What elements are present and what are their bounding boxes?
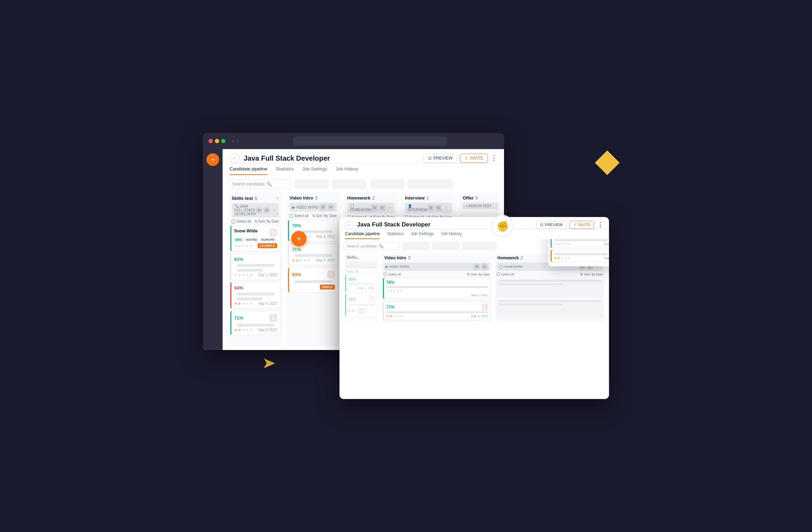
candidate-card-2[interactable]: 82% ★★★★★ Sep 1, 2022 <box>230 253 280 280</box>
email-icon-int[interactable]: ✉ <box>435 205 442 211</box>
select-sort-homework-front: Select all ⇅ Sort: By Date <box>495 272 605 278</box>
sort-by-video[interactable]: ⇅ Sort: By Date <box>312 214 337 218</box>
stars-4: ★★★★★ <box>234 328 253 332</box>
more-button[interactable]: ⋮ <box>491 155 497 161</box>
tab-statistics-front[interactable]: Statistics <box>387 231 404 239</box>
settings-icon-hw[interactable]: ⚙ <box>371 205 378 211</box>
tab-statistics[interactable]: Statistics <box>276 166 294 175</box>
vf-card-1[interactable]: 78% ★★★★★ Sep 1, 2022 <box>383 278 490 299</box>
placeholder-name-3 <box>237 293 274 295</box>
placeholder-name-2 <box>237 264 274 267</box>
select-all-video-front[interactable]: Select all <box>384 273 401 276</box>
stars: ★★★★★ <box>234 244 253 248</box>
col-header-interview: Interview 1 <box>401 192 456 203</box>
filter-pill-front-1[interactable] <box>402 242 430 250</box>
page-title-front: Java Full Stack Developer <box>357 221 533 228</box>
v-card-3[interactable]: 93% 📄 AMPLE <box>288 267 338 293</box>
sort-by-hw-front[interactable]: ⇅ Sort: By Date <box>580 272 603 276</box>
close-dot[interactable] <box>209 139 213 143</box>
stars-3: ★★★★★ <box>234 302 253 306</box>
email-icon-hw[interactable]: ✉ <box>379 205 385 211</box>
popup-card-2[interactable]: ★★★★★ Sep 3, 2022 <box>551 250 609 262</box>
stars-row-2: ★★★★★ Sep 1, 2022 <box>234 273 277 277</box>
filter-pill-4[interactable] <box>407 179 453 189</box>
search-candidate-box[interactable]: Search candidate 🔍 <box>228 180 291 189</box>
add-icon[interactable]: + <box>271 207 278 214</box>
minimize-dot[interactable] <box>215 139 219 143</box>
candidate-card-4[interactable]: 71% 📄 ★★★★★ Sep 6, 2022 <box>230 311 280 335</box>
sort-by-video-front[interactable]: ⇅ Sort: By Date <box>467 272 490 276</box>
hwf-card-1[interactable] <box>496 280 603 298</box>
candidate-card-3[interactable]: 54% ★★★★★ Sep 4, 2022 <box>230 282 280 309</box>
doc-icon-4: 📄 <box>270 314 277 322</box>
tab-job-history-front[interactable]: Job History <box>441 231 462 239</box>
back-button-front[interactable]: ‹ <box>345 220 354 229</box>
back-nav-icon[interactable]: ‹ <box>232 138 234 144</box>
select-all-video[interactable]: Select all <box>289 214 309 218</box>
select-all-skills[interactable]: Select all <box>232 219 251 223</box>
filter-pill-1[interactable] <box>294 179 329 189</box>
example-badge: EXAMPLE <box>258 243 277 248</box>
select-all-hw-front[interactable]: Select all <box>497 273 514 276</box>
popup-card-1[interactable]: 92% ★★★★★ Sep 3, 2022 <box>551 239 609 248</box>
col-header-offer: Offer 0 <box>459 192 498 203</box>
stage-icons-skills: ⚙ ✉ + <box>256 207 278 214</box>
filter-pill-2[interactable] <box>332 179 367 189</box>
search-candidate-box-front[interactable]: Search candidate 🔍 <box>344 242 400 250</box>
sort-by-skills[interactable]: ⇅ Sort: By Date <box>254 219 279 223</box>
candidate-card-snow-wilde[interactable]: Snow Wilde 📄 88% MAYBE EUROPE <box>230 225 280 251</box>
settings-video-front[interactable]: ⚙ <box>474 264 480 270</box>
url-bar[interactable] <box>293 136 447 146</box>
vf-card-2[interactable]: 71% 📄 ★★★★★ Sep 2, 2022 <box>383 301 490 320</box>
settings-icon[interactable]: ⚙ <box>256 207 262 214</box>
stage-bar-video: ▶ VIDEO INTRO ⚙ ✉ <box>289 203 337 212</box>
col-add-skills[interactable]: + <box>276 195 279 201</box>
more-button-front[interactable]: ⋮ <box>597 222 603 228</box>
example-badge-v: AMPLE <box>320 285 335 289</box>
col-cards-homework-front <box>495 278 605 322</box>
checkbox-hw-front[interactable] <box>497 273 500 276</box>
hwf-card-2[interactable] <box>496 300 603 318</box>
stage-icons-video: ⚙ ✉ <box>320 204 334 210</box>
email-icon-video[interactable]: ✉ <box>328 204 334 210</box>
col-video-front: Video Intro 3 ▶ VIDEO INTRO ⚙ ✉ Sel <box>382 253 492 322</box>
v-card-2[interactable]: 71% ★★★★★ Sep 2, 2022 <box>288 244 338 265</box>
email-icon[interactable]: ✉ <box>264 207 270 214</box>
filter-pill-front-3[interactable] <box>462 242 497 250</box>
sidebar: + <box>203 149 223 350</box>
invite-button-front[interactable]: ⇪ INVITE <box>569 221 594 229</box>
invite-button[interactable]: ⇪ INVITE <box>460 154 488 163</box>
maximize-dot[interactable] <box>221 139 225 143</box>
tab-job-settings[interactable]: Job Settings <box>302 166 328 175</box>
floating-plus-button[interactable]: + <box>291 231 307 246</box>
select-all-checkbox-skills[interactable] <box>232 220 235 223</box>
stage-label-homework: 📋 HOMEWORK <box>350 204 371 212</box>
email-video-front[interactable]: ✉ <box>481 264 488 270</box>
add-icon-hw[interactable]: + <box>387 205 393 211</box>
filter-pill-3[interactable] <box>370 179 405 189</box>
stage-bar-homework: 📋 HOMEWORK ⚙ ✉ + <box>347 203 394 213</box>
select-all-checkbox-video[interactable] <box>289 214 293 218</box>
tab-candidate-pipeline-front[interactable]: Candidate pipeline <box>345 231 380 239</box>
select-sort-video-front: Select all ⇅ Sort: By Date <box>382 272 492 278</box>
browser-nav: ‹ › <box>232 138 239 144</box>
col-title-homework: Homework 2 <box>347 195 375 201</box>
col-count-skills: 6 <box>255 196 257 201</box>
share-icon-front: ⇪ <box>573 223 576 227</box>
tab-candidate-pipeline[interactable]: Candidate pipeline <box>230 166 267 175</box>
candidate-tags: 88% MAYBE EUROPE <box>234 238 277 242</box>
checkbox-video-front[interactable] <box>384 273 387 276</box>
sidebar-plus-button[interactable]: + <box>206 153 219 166</box>
settings-icon-video[interactable]: ⚙ <box>320 204 326 210</box>
tag-europe: EUROPE <box>260 238 276 242</box>
tab-job-history[interactable]: Job History <box>336 166 358 175</box>
tab-job-settings-front[interactable]: Job Settings <box>411 231 434 239</box>
forward-nav-icon[interactable]: › <box>237 138 239 144</box>
preview-button-front[interactable]: ⊡ PREVIEW <box>536 221 567 229</box>
share-icon: ⇪ <box>464 156 468 161</box>
filter-pill-front-2[interactable] <box>432 242 460 250</box>
settings-icon-int[interactable]: ⚙ <box>428 205 434 211</box>
add-icon-int[interactable]: + <box>443 205 449 211</box>
back-button[interactable]: ‹ <box>230 153 239 163</box>
preview-button[interactable]: ⊡ PREVIEW <box>424 154 457 163</box>
